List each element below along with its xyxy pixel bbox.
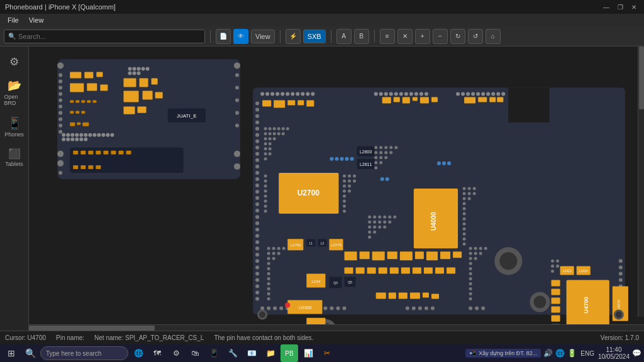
h-scroll-thumb[interactable] <box>29 326 155 331</box>
svg-point-77 <box>58 105 62 109</box>
svg-point-363 <box>272 257 275 260</box>
sidebar-item-open-brd[interactable]: 📂 Open BRD <box>2 75 27 110</box>
btn-b[interactable]: B <box>354 29 369 44</box>
vertical-scrollbar[interactable] <box>638 47 644 317</box>
svg-point-149 <box>255 108 259 112</box>
zoom-out-button[interactable]: − <box>433 29 448 44</box>
sidebar-item-settings[interactable]: ⚙ <box>2 52 27 72</box>
svg-point-424 <box>616 312 622 318</box>
svg-point-367 <box>267 277 270 280</box>
taskbar-date: 10/05/2024 <box>598 353 630 360</box>
svg-point-173 <box>255 259 259 263</box>
taskbar-clip-icon[interactable]: ✂ <box>318 344 336 362</box>
taskbar-store-icon[interactable]: 🛍 <box>186 344 204 362</box>
menu-view[interactable]: View <box>24 15 49 25</box>
battery-icon[interactable]: 🔋 <box>567 349 577 358</box>
svg-point-158 <box>255 165 259 168</box>
svg-point-27 <box>75 133 79 137</box>
taskbar-maps-icon[interactable]: 🗺 <box>148 344 166 362</box>
taskbar-settings-icon[interactable]: ⚙ <box>167 344 185 362</box>
svg-point-247 <box>273 127 276 130</box>
svg-point-297 <box>374 156 377 159</box>
svg-point-264 <box>269 152 272 155</box>
view-label[interactable]: View <box>251 30 275 43</box>
language-indicator[interactable]: ENG <box>579 349 596 358</box>
search-box[interactable]: 🔍 <box>4 30 205 43</box>
volume-icon[interactable]: 🔊 <box>543 349 553 358</box>
svg-point-311 <box>463 202 466 206</box>
svg-point-114 <box>425 92 428 96</box>
start-button[interactable]: ⊞ <box>3 344 20 362</box>
minimize-button[interactable]: — <box>601 2 611 12</box>
view-toggle[interactable]: 👁 <box>233 29 248 44</box>
v-scroll-thumb[interactable] <box>639 47 644 109</box>
svg-point-160 <box>255 177 259 181</box>
btn-cross[interactable]: ✕ <box>397 29 413 44</box>
board-view[interactable]: JUATI_E <box>29 47 644 331</box>
svg-rect-70 <box>96 165 101 169</box>
svg-point-97 <box>280 92 284 96</box>
svg-point-44 <box>137 67 141 70</box>
file-icon-button[interactable]: 📄 <box>216 29 231 44</box>
svg-point-330 <box>469 267 472 270</box>
sxb-label[interactable]: SXB <box>303 30 326 43</box>
svg-point-360 <box>272 252 275 255</box>
svg-rect-412 <box>424 267 433 273</box>
svg-rect-401 <box>415 251 424 259</box>
search-input[interactable] <box>18 33 201 40</box>
svg-point-292 <box>394 146 397 149</box>
svg-point-346 <box>383 221 386 224</box>
svg-point-46 <box>146 67 150 70</box>
phone-icon: 📱 <box>8 116 21 130</box>
svg-point-42 <box>128 67 131 70</box>
close-button[interactable]: ✕ <box>629 2 639 12</box>
taskbar-pb-icon[interactable]: PB <box>280 344 298 362</box>
title-bar: Phoneboard | iPhone X [Qualcomm] — ❐ ✕ <box>0 0 644 14</box>
horizontal-scrollbar[interactable] <box>29 324 644 331</box>
svg-point-99 <box>291 92 294 96</box>
sidebar: ⚙ 📂 Open BRD 📱 Phones ⬛ Tablets <box>0 47 29 331</box>
lightning-button[interactable]: ⚡ <box>286 29 301 44</box>
search-taskbar-button[interactable]: 🔍 <box>21 344 39 362</box>
svg-point-387 <box>447 162 451 165</box>
maximize-button[interactable]: ❐ <box>615 2 625 12</box>
svg-point-310 <box>468 197 471 200</box>
svg-point-155 <box>255 146 259 150</box>
svg-point-49 <box>137 71 141 75</box>
taskbar-search-box[interactable]: Type here to search <box>40 346 128 360</box>
svg-text:Q5: Q5 <box>348 280 352 284</box>
svg-point-120 <box>481 92 485 96</box>
taskbar-apps-icon[interactable]: 📱 <box>205 344 223 362</box>
svg-point-110 <box>404 92 408 96</box>
network-icon[interactable]: 🌐 <box>555 349 565 358</box>
svg-point-307 <box>468 192 471 195</box>
btn-a[interactable]: A <box>336 29 352 44</box>
svg-point-78 <box>58 111 62 115</box>
home-button[interactable]: ⌂ <box>486 29 501 44</box>
taskbar-green-icon[interactable]: 🔧 <box>224 344 242 362</box>
svg-point-368 <box>267 282 270 285</box>
svg-point-332 <box>469 277 472 280</box>
refresh-button[interactable]: ↻ <box>450 29 465 44</box>
taskbar-browser-icon[interactable]: 🌐 <box>130 344 147 362</box>
menu-file[interactable]: File <box>3 15 24 25</box>
svg-rect-14 <box>75 101 79 103</box>
zoom-in-button[interactable]: + <box>415 29 430 44</box>
taskbar-pp-icon[interactable]: 📊 <box>299 344 317 362</box>
taskbar-email-icon[interactable]: 📧 <box>243 344 260 362</box>
settings-icon: ⚙ <box>9 55 19 69</box>
svg-point-320 <box>469 247 472 250</box>
svg-rect-23 <box>82 123 89 126</box>
toolbar-separator-4 <box>374 30 375 43</box>
taskbar-notification[interactable]: 📲 Xây dựng trên ĐT. 82... <box>465 349 541 358</box>
svg-point-273 <box>264 210 267 213</box>
svg-point-112 <box>414 92 418 96</box>
btn-lines[interactable]: ≡ <box>380 29 395 44</box>
svg-point-312 <box>463 207 466 211</box>
undo-button[interactable]: ↺ <box>468 29 483 44</box>
sidebar-item-phones[interactable]: 📱 Phones <box>2 112 27 141</box>
sidebar-item-tablets[interactable]: ⬛ Tablets <box>2 144 27 171</box>
taskbar-folder-icon[interactable]: 📁 <box>262 344 279 362</box>
notification-bell[interactable]: 💬 <box>632 349 641 358</box>
svg-rect-403 <box>440 251 450 259</box>
